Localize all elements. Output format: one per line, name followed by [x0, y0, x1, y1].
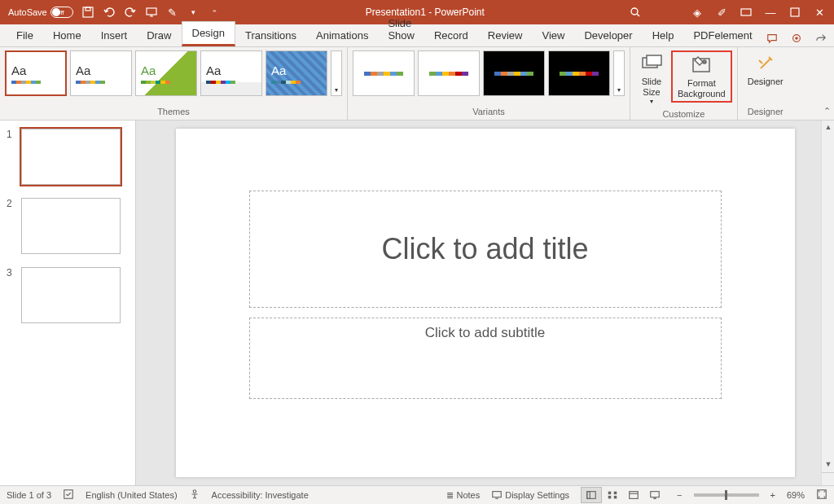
close-button[interactable]: ✕: [813, 6, 826, 19]
notes-button[interactable]: ≣Notes: [446, 490, 480, 501]
scroll-down-icon[interactable]: ▼: [822, 458, 834, 471]
display-settings-button[interactable]: Display Settings: [491, 489, 569, 501]
tab-record[interactable]: Record: [424, 24, 478, 46]
scroll-up-icon[interactable]: ▲: [822, 121, 834, 134]
thumbnail-number: 1: [7, 129, 15, 140]
slideshow-view-button[interactable]: [644, 487, 665, 503]
thumbnail-slide[interactable]: [21, 198, 121, 254]
tab-transitions[interactable]: Transitions: [235, 24, 306, 46]
tab-pdfelement[interactable]: PDFelement: [683, 24, 762, 46]
title-placeholder[interactable]: Click to add title: [249, 191, 722, 308]
save-icon[interactable]: [81, 6, 94, 19]
qat-overflow-icon[interactable]: ⁼: [208, 6, 222, 19]
autosave-toggle[interactable]: AutoSave Off: [8, 7, 73, 18]
undo-icon[interactable]: [103, 6, 116, 19]
thumbnail-slide[interactable]: [21, 129, 121, 185]
thumbnail-1[interactable]: 1: [7, 129, 129, 185]
variant-3[interactable]: [483, 50, 545, 96]
ribbon-tabs: File Home Insert Draw Design Transitions…: [0, 24, 834, 47]
tab-slideshow[interactable]: Slide Show: [378, 12, 424, 46]
record-icon[interactable]: [787, 30, 806, 46]
autosave-state: Off: [55, 9, 64, 16]
slide-count[interactable]: Slide 1 of 3: [7, 490, 51, 500]
tab-help[interactable]: Help: [643, 24, 684, 46]
variants-gallery-more[interactable]: ▾: [613, 50, 625, 96]
tab-view[interactable]: View: [532, 24, 574, 46]
tab-animations[interactable]: Animations: [306, 24, 378, 46]
theme-aa-label: Aa: [76, 64, 90, 77]
slide-canvas[interactable]: Click to add title Click to add subtitle: [176, 129, 795, 477]
variant-4[interactable]: [548, 50, 610, 96]
svg-rect-15: [493, 492, 502, 497]
thumbnail-slide[interactable]: [21, 267, 121, 323]
format-background-button[interactable]: Format Background: [671, 50, 732, 103]
vertical-scrollbar[interactable]: ▲ ▼: [821, 121, 834, 485]
svg-point-3: [631, 8, 638, 15]
format-background-icon: [690, 54, 713, 77]
slide-size-button[interactable]: Slide Size ▾: [635, 50, 668, 107]
svg-rect-18: [608, 492, 612, 495]
theme-option-4[interactable]: Aa: [200, 50, 262, 96]
designer-icon: [754, 52, 777, 75]
format-background-label: Format Background: [678, 78, 726, 99]
thumbnail-3[interactable]: 3: [7, 267, 129, 323]
variant-1[interactable]: [353, 50, 415, 96]
fit-to-window-button[interactable]: [816, 489, 827, 502]
tab-insert[interactable]: Insert: [91, 24, 138, 46]
theme-option-3[interactable]: Aa: [135, 50, 197, 96]
draw-mode-icon[interactable]: ✐: [715, 6, 728, 19]
search-icon[interactable]: [629, 6, 642, 19]
zoom-slider[interactable]: [694, 493, 759, 497]
tab-developer[interactable]: Developer: [574, 24, 642, 46]
tab-home[interactable]: Home: [43, 24, 91, 46]
tab-file[interactable]: File: [7, 24, 43, 46]
scroll-split-icon[interactable]: [822, 472, 834, 485]
normal-view-button[interactable]: [581, 487, 602, 503]
slide-editor[interactable]: Click to add title Click to add subtitle…: [136, 121, 834, 485]
qat-more-icon[interactable]: ▾: [187, 6, 200, 19]
accessibility-status[interactable]: Accessibility: Investigate: [212, 490, 309, 500]
svg-rect-2: [147, 8, 156, 15]
svg-rect-17: [587, 492, 590, 499]
redo-icon[interactable]: [124, 6, 137, 19]
tab-review[interactable]: Review: [478, 24, 533, 46]
status-bar: Slide 1 of 3 English (United States) Acc…: [0, 485, 834, 504]
theme-option-2[interactable]: Aa: [70, 50, 132, 96]
designer-button[interactable]: Designer: [743, 50, 788, 89]
language-indicator[interactable]: English (United States): [86, 490, 178, 500]
theme-aa-label: Aa: [271, 64, 286, 77]
svg-point-7: [795, 37, 798, 40]
svg-rect-1: [86, 7, 90, 11]
tab-draw[interactable]: Draw: [137, 24, 181, 46]
maximize-button[interactable]: [788, 6, 801, 19]
accessibility-icon[interactable]: [189, 489, 200, 502]
slide-sorter-view-button[interactable]: [602, 487, 623, 503]
theme-aa-label: Aa: [206, 64, 221, 77]
variant-2[interactable]: [418, 50, 480, 96]
zoom-in-button[interactable]: +: [770, 490, 775, 500]
ribbon-display-icon[interactable]: [740, 6, 753, 19]
svg-rect-10: [647, 55, 661, 65]
comments-icon[interactable]: [762, 30, 782, 46]
reading-view-button[interactable]: [623, 487, 644, 503]
display-settings-label: Display Settings: [505, 490, 569, 500]
zoom-out-button[interactable]: −: [677, 490, 682, 500]
autosave-label: AutoSave: [8, 7, 47, 17]
slideshow-start-icon[interactable]: [145, 6, 158, 19]
subtitle-placeholder[interactable]: Click to add subtitle: [249, 318, 722, 399]
zoom-level[interactable]: 69%: [787, 490, 805, 500]
svg-rect-5: [791, 8, 799, 16]
slide-thumbnails-pane[interactable]: 1 2 3: [0, 121, 136, 485]
theme-office[interactable]: Aa: [5, 50, 67, 96]
premium-icon[interactable]: ◈: [691, 6, 704, 19]
collapse-ribbon-icon[interactable]: ⌃: [823, 106, 831, 116]
slide-size-icon: [640, 52, 663, 75]
minimize-button[interactable]: —: [764, 6, 777, 19]
touch-mode-icon[interactable]: ✎: [166, 6, 179, 19]
themes-gallery-more[interactable]: ▾: [331, 50, 342, 96]
theme-option-5[interactable]: Aa: [266, 50, 327, 96]
thumbnail-2[interactable]: 2: [7, 198, 129, 254]
share-icon[interactable]: [811, 30, 831, 46]
spellcheck-icon[interactable]: [63, 489, 74, 502]
tab-design[interactable]: Design: [182, 21, 235, 46]
